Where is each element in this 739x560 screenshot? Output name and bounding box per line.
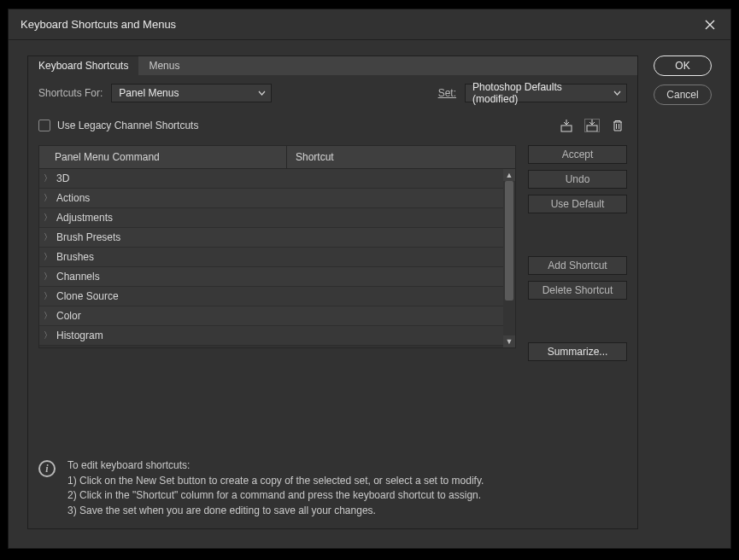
table-rows: 〉3D〉Actions〉Adjustments〉Brush Presets〉Br… (39, 169, 503, 347)
scroll-down-button[interactable]: ▼ (503, 335, 515, 347)
chevron-down-icon (258, 90, 266, 96)
chevron-down-icon (613, 90, 621, 96)
panel-box: Keyboard Shortcuts Menus Shortcuts For: … (27, 55, 638, 529)
dialog-body: Keyboard Shortcuts Menus Shortcuts For: … (9, 40, 730, 548)
row-name: Clone Source (56, 290, 503, 302)
chevron-right-icon: 〉 (39, 330, 56, 341)
scroll-track[interactable] (503, 181, 515, 335)
dialog-keyboard-shortcuts: Keyboard Shortcuts and Menus Keyboard Sh… (8, 9, 731, 549)
row-name: 3D (56, 172, 503, 184)
svg-rect-0 (561, 125, 572, 131)
table-row[interactable]: 〉Brush Presets (39, 228, 503, 248)
cancel-button[interactable]: Cancel (654, 85, 712, 105)
set-select[interactable]: Photoshop Defaults (modified) (465, 84, 627, 102)
row-name: Brush Presets (56, 231, 503, 243)
shortcut-table: Panel Menu Command Shortcut 〉3D〉Actions〉… (38, 145, 516, 446)
legacy-label: Use Legacy Channel Shortcuts (57, 120, 198, 131)
row-name: Color (56, 310, 503, 322)
tab-menus[interactable]: Menus (138, 56, 190, 75)
scroll-up-button[interactable]: ▲ (503, 169, 515, 181)
add-shortcut-button[interactable]: Add Shortcut (528, 256, 627, 275)
ok-button[interactable]: OK (654, 55, 712, 76)
table-row[interactable]: 〉Actions (39, 189, 503, 208)
help-lines: To edit keyboard shortcuts: 1) Click on … (67, 458, 484, 518)
set-value: Photoshop Defaults (modified) (472, 81, 607, 105)
undo-button[interactable]: Undo (528, 170, 627, 189)
accept-button[interactable]: Accept (528, 145, 627, 164)
table-row[interactable]: 〉Histogram (39, 326, 503, 346)
help-line-1: 1) Click on the New Set button to create… (67, 474, 484, 488)
vertical-scrollbar[interactable]: ▲ ▼ (503, 169, 515, 347)
new-set-icon (584, 119, 600, 132)
help-line-2: 2) Click in the "Shortcut" column for a … (67, 488, 484, 503)
table-body: 〉3D〉Actions〉Adjustments〉Brush Presets〉Br… (38, 169, 516, 348)
chevron-right-icon: 〉 (39, 212, 56, 224)
row-name: Brushes (56, 251, 503, 263)
chevron-right-icon: 〉 (39, 310, 56, 322)
shortcuts-for-select[interactable]: Panel Menus (111, 84, 272, 102)
help-line-3: 3) Save the set when you are done editin… (67, 504, 484, 518)
row-name: Adjustments (56, 212, 503, 224)
row-name: Actions (56, 192, 503, 204)
chevron-right-icon: 〉 (39, 290, 56, 302)
chevron-right-icon: 〉 (39, 251, 56, 263)
col-command: Panel Menu Command (39, 146, 287, 168)
table-row[interactable]: 〉Channels (39, 267, 503, 287)
trash-icon (612, 119, 624, 132)
chevron-right-icon: 〉 (39, 271, 56, 283)
table-row[interactable]: 〉Clone Source (39, 287, 503, 306)
info-icon: i (38, 460, 56, 477)
table-row[interactable]: 〉Color (39, 306, 503, 326)
new-set-button[interactable] (583, 116, 601, 135)
dialog-title: Keyboard Shortcuts and Menus (21, 18, 698, 31)
help-heading: To edit keyboard shortcuts: (67, 458, 484, 473)
help-text: i To edit keyboard shortcuts: 1) Click o… (38, 458, 627, 518)
use-default-button[interactable]: Use Default (528, 195, 627, 213)
tabstrip: Keyboard Shortcuts Menus (28, 56, 637, 75)
side-column: OK Cancel (654, 55, 712, 529)
scroll-thumb[interactable] (505, 181, 513, 300)
row-shortcuts-for: Shortcuts For: Panel Menus Set: Photosho… (38, 84, 627, 102)
shortcuts-for-value: Panel Menus (119, 87, 179, 99)
table-row[interactable]: 〉Adjustments (39, 208, 503, 228)
titlebar: Keyboard Shortcuts and Menus (9, 9, 730, 40)
chevron-right-icon: 〉 (39, 231, 56, 243)
content-zone: Panel Menu Command Shortcut 〉3D〉Actions〉… (38, 145, 627, 446)
panel-inner: Shortcuts For: Panel Menus Set: Photosho… (28, 75, 637, 528)
delete-shortcut-button[interactable]: Delete Shortcut (528, 281, 627, 300)
save-set-button[interactable] (557, 116, 576, 135)
tab-keyboard-shortcuts[interactable]: Keyboard Shortcuts (28, 56, 138, 75)
table-head: Panel Menu Command Shortcut (38, 145, 516, 169)
summarize-button[interactable]: Summarize... (528, 342, 627, 361)
action-buttons: Accept Undo Use Default Add Shortcut Del… (528, 145, 627, 446)
row-name: Histogram (56, 330, 503, 341)
table-row[interactable]: 〉Brushes (39, 248, 503, 267)
chevron-right-icon: 〉 (39, 192, 56, 204)
col-shortcut: Shortcut (287, 146, 515, 168)
main-column: Keyboard Shortcuts Menus Shortcuts For: … (27, 55, 638, 529)
row-name: Channels (56, 271, 503, 283)
chevron-right-icon: 〉 (39, 172, 56, 184)
legacy-checkbox[interactable] (38, 120, 50, 131)
delete-set-button[interactable] (608, 116, 627, 135)
shortcuts-for-label: Shortcuts For: (38, 87, 103, 99)
svg-rect-1 (587, 125, 597, 131)
set-label: Set: (438, 87, 456, 99)
close-button[interactable] (698, 13, 722, 37)
table-row[interactable]: 〉3D (39, 169, 503, 189)
close-icon (705, 20, 715, 30)
row-legacy: Use Legacy Channel Shortcuts (38, 116, 627, 135)
save-set-icon (559, 119, 574, 132)
